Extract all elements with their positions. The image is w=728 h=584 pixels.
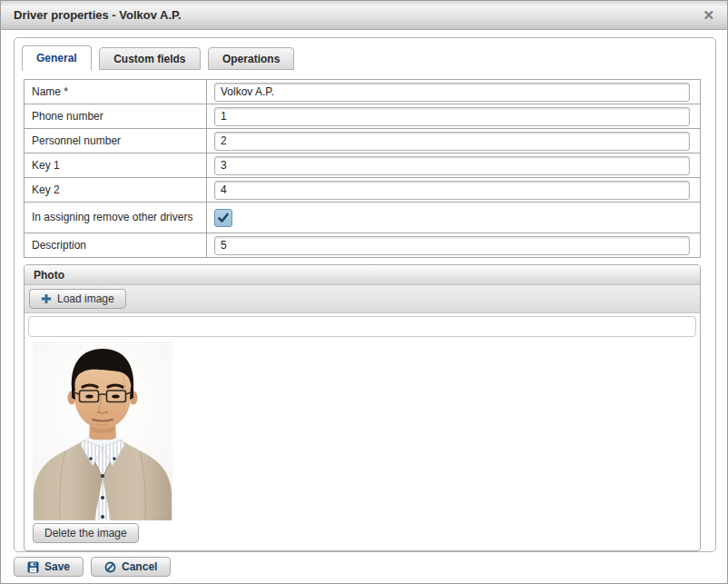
footer-toolbar: Save Cancel <box>14 557 171 577</box>
table-row: Phone number <box>25 104 701 129</box>
driver-properties-form: Name * Phone number Personnel number Key… <box>24 79 701 258</box>
tab-custom-fields[interactable]: Custom fields <box>99 47 200 70</box>
key2-input[interactable] <box>214 181 690 200</box>
phone-number-input[interactable] <box>214 107 690 126</box>
driver-properties-dialog: Driver properties - Volkov A.P. ✕ Genera… <box>0 0 728 584</box>
table-row: Name * <box>25 80 701 104</box>
file-path-box[interactable] <box>28 316 696 337</box>
remove-other-drivers-checkbox[interactable] <box>214 209 232 227</box>
check-icon <box>217 212 230 224</box>
photo-toolbar: Load image <box>25 285 700 313</box>
save-label: Save <box>44 560 70 573</box>
field-label: Personnel number <box>25 129 207 153</box>
delete-image-label: Delete the image <box>44 527 127 539</box>
field-label: Key 1 <box>25 153 207 178</box>
field-label: Key 2 <box>25 178 207 203</box>
table-row: Key 1 <box>25 153 701 178</box>
table-row: Description <box>25 233 701 258</box>
save-icon <box>27 561 39 573</box>
load-image-button[interactable]: Load image <box>29 289 126 309</box>
field-label: Description <box>25 233 207 258</box>
tab-general[interactable]: General <box>22 45 92 71</box>
dialog-titlebar: Driver properties - Volkov A.P. ✕ <box>1 1 727 30</box>
name-input[interactable] <box>214 83 690 102</box>
cancel-button[interactable]: Cancel <box>91 557 171 577</box>
key1-input[interactable] <box>214 156 690 175</box>
table-row: Personnel number <box>25 129 701 153</box>
close-icon[interactable]: ✕ <box>703 8 714 22</box>
plus-icon <box>41 293 52 304</box>
description-input[interactable] <box>214 236 690 255</box>
tab-panel: General Custom fields Operations Name * … <box>14 37 716 552</box>
tab-strip: General Custom fields Operations <box>15 38 715 68</box>
load-image-label: Load image <box>57 292 114 305</box>
table-row: Key 2 <box>25 178 701 203</box>
save-button[interactable]: Save <box>14 557 84 577</box>
delete-image-button[interactable]: Delete the image <box>33 523 139 543</box>
cancel-label: Cancel <box>122 560 157 573</box>
field-label: In assigning remove other drivers <box>25 203 207 233</box>
personnel-number-input[interactable] <box>214 132 690 151</box>
photo-section: Photo Load image <box>24 264 701 551</box>
field-label: Name * <box>25 80 207 104</box>
cancel-icon <box>104 561 116 573</box>
tab-operations[interactable]: Operations <box>208 47 294 70</box>
dialog-title: Driver properties - Volkov A.P. <box>14 8 182 22</box>
photo-section-header: Photo <box>25 265 700 285</box>
driver-photo <box>33 341 172 520</box>
table-row: In assigning remove other drivers <box>25 203 701 233</box>
field-label: Phone number <box>25 104 207 129</box>
